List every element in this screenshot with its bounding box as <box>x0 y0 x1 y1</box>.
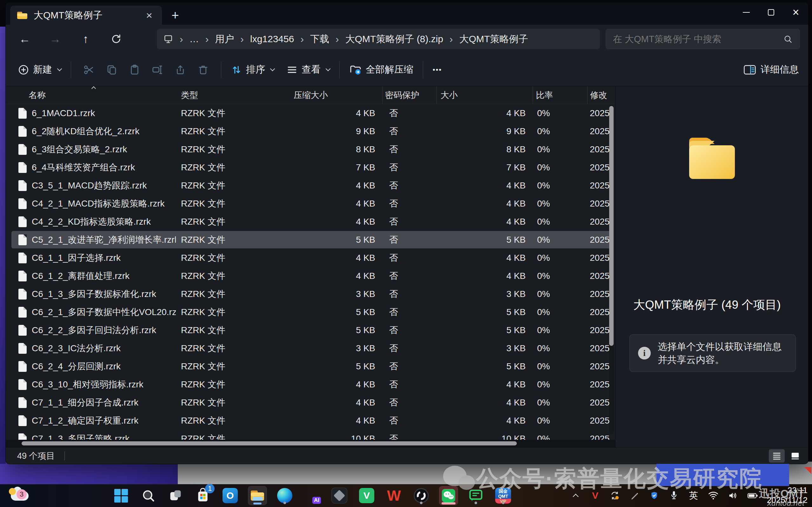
horizontal-scrollbar[interactable] <box>6 440 615 447</box>
file-name: C4_2_2_KD指标选股策略.rzrk <box>32 216 151 228</box>
new-button[interactable]: 新建 <box>15 63 64 76</box>
table-row[interactable]: C7_1_3_多因子策略.rzrk RZRK 文件 10 KB 否 10 KB … <box>6 430 615 440</box>
file-type-cell: RZRK 文件 <box>176 198 282 210</box>
rename-button[interactable] <box>149 61 166 79</box>
table-row[interactable]: C3_5_1_MACD趋势跟踪.rzrk RZRK 文件 4 KB 否 4 KB… <box>6 176 615 194</box>
file-type-cell: RZRK 文件 <box>176 433 282 440</box>
outlook-button[interactable]: O <box>221 486 239 505</box>
table-row[interactable]: C6_2_4_分层回测.rzrk RZRK 文件 5 KB 否 5 KB 0% … <box>6 357 615 375</box>
obs-button[interactable] <box>412 486 430 505</box>
breadcrumb-ellipsis[interactable]: … <box>190 34 199 44</box>
table-row[interactable]: C4_2_2_KD指标选股策略.rzrk RZRK 文件 4 KB 否 4 KB… <box>6 213 615 231</box>
refresh-button[interactable] <box>107 30 126 49</box>
search-box[interactable] <box>606 29 800 49</box>
table-row[interactable]: C6_1_1_因子选择.rzrk RZRK 文件 4 KB 否 4 KB 0% … <box>6 249 615 267</box>
file-icon <box>18 216 27 227</box>
more-button[interactable]: ••• <box>430 66 445 74</box>
file-icon <box>18 415 27 426</box>
table-row[interactable]: C7_1_2_确定因子权重.rzrk RZRK 文件 4 KB 否 4 KB 0… <box>6 411 615 430</box>
file-icon <box>18 397 27 408</box>
file-name-cell: 6_4马科维茨资产组合.rzrk <box>6 162 176 174</box>
close-button[interactable]: × <box>783 3 808 22</box>
file-icon <box>18 198 27 209</box>
column-header-type[interactable]: 类型 <box>176 86 282 104</box>
chevron-up-icon <box>573 494 578 499</box>
table-row[interactable]: C6_2_1_多因子数据中性化VOL20.rzrk RZRK 文件 5 KB 否… <box>6 303 615 321</box>
table-row[interactable]: C6_2_2_多因子回归法分析.rzrk RZRK 文件 5 KB 否 5 KB… <box>6 321 615 339</box>
share-button[interactable] <box>171 61 189 79</box>
copy-button[interactable] <box>103 61 121 79</box>
table-row[interactable]: C4_2_1_MACD指标选股策略.rzrk RZRK 文件 4 KB 否 4 … <box>6 194 615 213</box>
game-app-button[interactable] <box>330 486 348 505</box>
file-compressed-size-cell: 4 KB <box>282 180 382 191</box>
green-v-app-button[interactable]: V <box>358 486 376 505</box>
minimize-button[interactable] <box>734 3 759 22</box>
sort-button[interactable]: 排序 <box>228 63 277 76</box>
table-row[interactable]: C5_2_1_改进羊驼_净利润增长率.rzrk RZRK 文件 5 KB 否 5… <box>6 231 615 249</box>
extract-all-button[interactable]: 全部解压缩 <box>346 63 417 76</box>
details-pane-toggle[interactable]: 详细信息 <box>744 63 799 76</box>
microsoft-store-button[interactable]: 1 <box>194 486 212 505</box>
chevron-right-icon: › <box>205 33 209 45</box>
taskbar-weather-widget[interactable]: 3 <box>4 486 35 506</box>
breadcrumb-item-zip[interactable]: 大QMT策略例子 (8).zip <box>345 33 443 46</box>
explorer-tab[interactable]: 大QMT策略例子 × <box>10 6 162 25</box>
file-ratio-cell: 0% <box>533 126 587 136</box>
file-compressed-size-cell: 4 KB <box>282 217 382 227</box>
forward-button[interactable]: → <box>46 30 65 49</box>
taskbar-search-button[interactable] <box>139 486 157 505</box>
details-view-button[interactable] <box>769 449 785 463</box>
breadcrumb[interactable]: › … › 用户 › lxg123456 › 下载 › 大QMT策略例子 (8)… <box>157 29 600 49</box>
extract-folder-icon <box>349 63 362 76</box>
column-header-name[interactable]: 名称 <box>6 86 176 104</box>
table-row[interactable]: C6_1_3_多因子数据标准化.rzrk RZRK 文件 3 KB 否 3 KB… <box>6 285 615 303</box>
file-password-cell: 否 <box>382 252 436 264</box>
file-name-cell: C6_2_3_IC法分析.rzrk <box>6 342 176 354</box>
chevron-right-icon: › <box>300 33 304 45</box>
horizontal-scrollbar-thumb[interactable] <box>21 441 517 445</box>
table-row[interactable]: 6_1MACD1.rzrk RZRK 文件 4 KB 否 4 KB 0% 202… <box>6 104 615 122</box>
view-button[interactable]: 查看 <box>283 63 333 76</box>
ai-browser-button[interactable]: AI <box>303 486 321 505</box>
table-row[interactable]: C6_3_10_相对强弱指标.rzrk RZRK 文件 4 KB 否 4 KB … <box>6 375 615 393</box>
cut-button[interactable] <box>80 61 98 79</box>
up-button[interactable]: ↑ <box>76 30 95 49</box>
windows-logo-icon <box>114 489 128 503</box>
task-view-button[interactable] <box>166 486 185 505</box>
file-modified-cell: 2025 <box>587 126 615 136</box>
tab-close-icon[interactable]: × <box>142 8 156 22</box>
breadcrumb-item-users[interactable]: 用户 <box>215 33 234 46</box>
back-button[interactable]: ← <box>15 30 34 49</box>
file-explorer-taskbar-button[interactable] <box>248 486 267 505</box>
table-row[interactable]: 6_4马科维茨资产组合.rzrk RZRK 文件 7 KB 否 7 KB 0% … <box>6 158 615 176</box>
table-row[interactable]: 6_2随机KD组合优化_2.rzrk RZRK 文件 9 KB 否 9 KB 0… <box>6 122 615 140</box>
paste-button[interactable] <box>126 61 144 79</box>
wps-button[interactable]: W <box>385 486 403 505</box>
new-tab-button[interactable]: + <box>167 7 183 23</box>
search-input[interactable] <box>613 34 783 44</box>
table-row[interactable]: C7_1_1_细分因子合成.rzrk RZRK 文件 4 KB 否 4 KB 0… <box>6 393 615 411</box>
maximize-button[interactable] <box>759 3 783 22</box>
column-header-size[interactable]: 大小 <box>436 86 533 104</box>
edge-button[interactable] <box>276 486 294 505</box>
column-header-ratio[interactable]: 比率 <box>533 86 587 104</box>
breadcrumb-item-downloads[interactable]: 下载 <box>310 33 329 46</box>
file-size-cell: 4 KB <box>436 271 533 281</box>
thumbnail-view-button[interactable] <box>787 449 803 463</box>
table-row[interactable]: 6_3组合交易策略_2.rzrk RZRK 文件 8 KB 否 8 KB 0% … <box>6 140 615 158</box>
wechat-button[interactable] <box>439 486 458 505</box>
table-row[interactable]: C6_2_3_IC法分析.rzrk RZRK 文件 3 KB 否 3 KB 0%… <box>6 339 615 357</box>
column-header-protected[interactable]: 密码保护 <box>382 86 436 104</box>
table-row[interactable]: C6_1_2_离群值处理.rzrk RZRK 文件 4 KB 否 4 KB 0%… <box>6 267 615 285</box>
start-button[interactable] <box>112 486 130 505</box>
outlook-icon: O <box>222 488 238 503</box>
column-header-compressed[interactable]: 压缩大小 <box>282 86 382 104</box>
breadcrumb-item-current[interactable]: 大QMT策略例子 <box>459 33 528 46</box>
file-compressed-size-cell: 5 KB <box>282 235 382 245</box>
breadcrumb-item-user[interactable]: lxg123456 <box>250 34 294 44</box>
file-password-cell: 否 <box>382 415 436 427</box>
desktop-wallpaper-purple <box>0 462 178 484</box>
delete-button[interactable] <box>194 61 212 79</box>
column-header-modified[interactable]: 修改 <box>587 86 615 104</box>
file-size-cell: 9 KB <box>436 126 533 136</box>
